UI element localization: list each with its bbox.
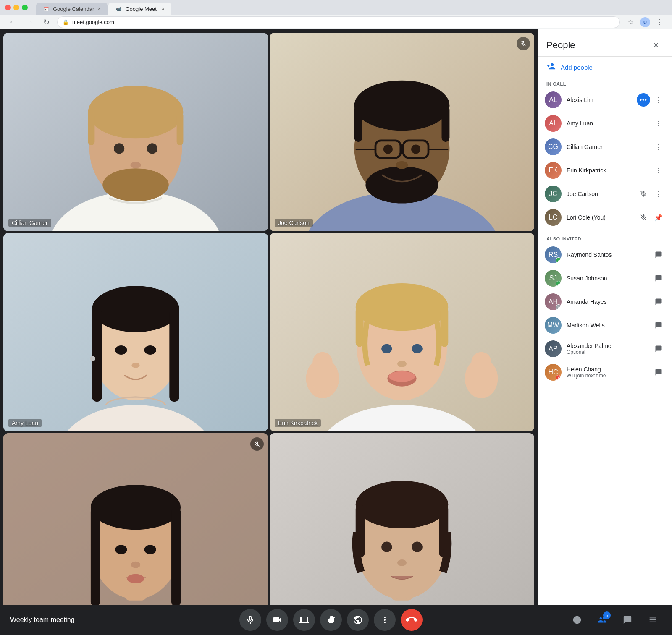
mute-button-joe[interactable] [637,187,650,201]
info-button[interactable] [568,611,586,629]
person-info-raymond: Raymond Santos [567,251,647,258]
end-call-button[interactable] [401,609,423,631]
x-badge-helen: ✕ [556,375,562,381]
svg-point-43 [356,283,449,331]
bookmark-button[interactable]: ☆ [625,16,637,28]
camera-button[interactable] [266,609,288,631]
people-button[interactable]: 6 [593,611,612,629]
forward-button[interactable]: → [24,16,35,28]
person-item-susan: SJ ✓ Susan Johnson [538,267,672,290]
close-window-button[interactable] [5,5,11,10]
menu-button-joe[interactable]: ⋮ [652,187,665,201]
toolbar-actions: ☆ U ⋮ [625,16,665,28]
add-person-icon [546,62,556,73]
effects-button[interactable] [347,609,369,631]
person-info-amanda: Amanda Hayes [567,298,647,305]
back-button[interactable]: ← [7,16,18,28]
raise-hand-button[interactable] [320,609,342,631]
person-name-raymond: Raymond Santos [567,251,647,258]
message-button-madison[interactable] [652,319,665,332]
minimize-window-button[interactable] [13,5,19,10]
svg-point-24 [383,144,393,154]
pin-button-lori[interactable]: 📌 [652,211,665,224]
tab-google-meet[interactable]: 📹 Google Meet × [108,3,171,15]
mute-badge-joe [517,37,530,50]
svg-point-64 [144,545,156,554]
person-name-amanda: Amanda Hayes [567,298,647,305]
svg-point-65 [131,562,140,568]
message-button-susan[interactable] [652,272,665,285]
svg-point-26 [365,166,438,203]
person-info-alexis: Alexis Lim [567,97,632,103]
avatar-alexis: AL [545,91,562,108]
person-item-amy: AL Amy Luan ⋮ [538,112,672,135]
panel-title: People [546,40,575,51]
menu-button-alexis[interactable]: ⋮ [652,93,665,107]
person-info-lori: Lori Cole (You) [567,214,632,221]
user-profile-avatar[interactable]: U [640,17,650,27]
person-actions-amanda [652,295,665,308]
video-tile-alexis: Alexis Lim [3,433,268,632]
menu-button-erin[interactable]: ⋮ [652,164,665,177]
svg-point-75 [412,542,423,552]
browser-toolbar: ← → ↻ 🔒 meet.google.com ☆ U ⋮ [0,15,672,29]
address-text: meet.google.com [72,19,114,25]
svg-rect-6 [88,112,95,145]
also-invited-section-label: ALSO INVITED [538,233,672,243]
message-button-alexander[interactable] [652,342,665,355]
svg-point-48 [397,361,407,367]
svg-point-27 [396,161,408,169]
chrome-menu-button[interactable]: ⋮ [654,16,665,28]
person-list: IN CALL AL Alexis Lim ••• ⋮ AL Amy Lua [538,78,672,635]
person-name-erin: Erin Kirkpatrick [567,167,647,174]
add-people-button[interactable]: Add people [538,57,672,78]
lock-icon: 🔒 [63,19,69,25]
section-divider [538,231,672,231]
refresh-button[interactable]: ↻ [40,16,52,28]
svg-rect-53 [312,352,332,392]
message-button-raymond[interactable] [652,248,665,261]
video-tile-joe: Joe Carlson [270,33,534,231]
tab-google-calendar[interactable]: 📅 Google Calendar × [36,3,108,15]
chat-button[interactable] [618,611,637,629]
svg-rect-17 [354,106,362,142]
more-options-alexis[interactable]: ••• [637,93,650,107]
person-name-alexander: Alexander Palmer [567,342,647,349]
person-actions-alexander [652,342,665,355]
avatar-amanda: AH ? [545,293,562,310]
svg-point-8 [102,168,169,201]
check-badge-susan: ✓ [556,281,562,287]
svg-rect-54 [471,352,491,392]
person-actions-cillian: ⋮ [652,140,665,154]
person-actions-lori: 📌 [637,211,665,224]
message-button-amanda[interactable] [652,295,665,308]
person-info-joe: Joe Carlson [567,191,632,197]
person-item-alexis: AL Alexis Lim ••• ⋮ [538,88,672,112]
microphone-button[interactable] [239,609,261,631]
menu-button-cillian[interactable]: ⋮ [652,140,665,154]
meeting-title: Weekly team meeting [10,616,94,624]
activities-button[interactable] [643,611,662,629]
address-bar[interactable]: 🔒 meet.google.com [57,16,620,28]
question-badge-amanda: ? [556,304,562,310]
close-panel-button[interactable]: × [648,38,664,53]
video-tile-amy: Amy Luan [3,233,268,431]
person-sub-helen: Will join next time [567,373,647,379]
person-item-amanda: AH ? Amanda Hayes [538,290,672,314]
maximize-window-button[interactable] [22,5,28,10]
mute-button-lori[interactable] [637,211,650,224]
person-item-cillian: CG Cillian Garner ⋮ [538,135,672,159]
meet-tab-close-icon[interactable]: × [161,6,165,12]
present-button[interactable] [293,609,315,631]
more-options-button[interactable] [374,609,396,631]
person-info-amy: Amy Luan [567,120,647,127]
message-button-helen[interactable] [652,366,665,379]
svg-point-32 [92,286,179,332]
person-actions-erin: ⋮ [652,164,665,177]
titlebar: 📅 Google Calendar × 📹 Google Meet × [0,0,672,15]
window-buttons [5,5,28,10]
calendar-tab-close-icon[interactable]: × [97,6,101,12]
person-actions-raymond [652,248,665,261]
app-container: Cillian Garner [0,29,672,635]
menu-button-amy[interactable]: ⋮ [652,117,665,130]
